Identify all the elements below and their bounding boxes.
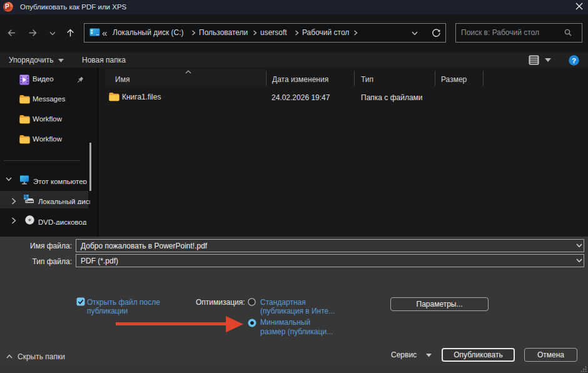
svg-text:?: ? — [572, 57, 576, 64]
svg-text:P: P — [5, 3, 9, 10]
